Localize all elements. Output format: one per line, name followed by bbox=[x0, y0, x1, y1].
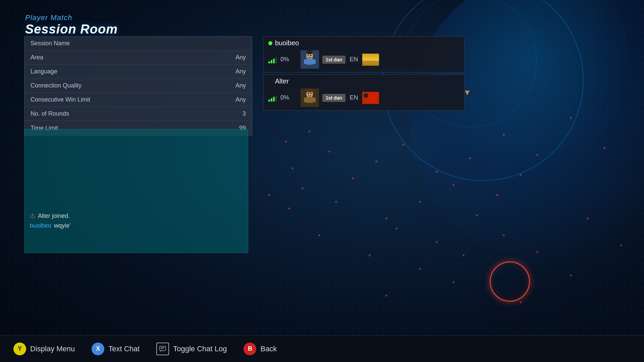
svg-rect-4 bbox=[313, 59, 316, 64]
svg-point-6 bbox=[310, 55, 312, 56]
warning-icon: ⚠ bbox=[30, 212, 35, 220]
chat-messages: ⚠ Alter joined. buoibeo wqyie' bbox=[24, 209, 248, 233]
winlimit-label: Consecutive Win Limit bbox=[31, 96, 90, 103]
player2-name-row: Alter bbox=[264, 75, 464, 87]
svg-rect-12 bbox=[313, 98, 316, 102]
svg-rect-11 bbox=[304, 98, 307, 102]
toggle-chat-label: Toggle Chat Log bbox=[173, 345, 227, 353]
svg-rect-10 bbox=[306, 97, 313, 103]
player-card-2: Alter 0% bbox=[263, 74, 465, 111]
player1-avatar-image bbox=[301, 50, 319, 69]
area-label: Area bbox=[31, 54, 43, 61]
display-menu-label: Display Menu bbox=[30, 345, 75, 353]
session-name-row: Session Name bbox=[24, 37, 252, 51]
chat-notification: ⚠ Alter joined. bbox=[30, 212, 243, 220]
chat-panel: ⚠ Alter joined. buoibeo wqyie' bbox=[24, 129, 248, 253]
language-value: Any bbox=[235, 68, 246, 75]
chat-username-1: buoibeo bbox=[30, 222, 51, 229]
player2-signal bbox=[268, 94, 277, 102]
player2-winrate: 0% bbox=[280, 94, 297, 101]
player1-avatar bbox=[301, 50, 319, 69]
svg-point-7 bbox=[306, 50, 313, 54]
player1-online-indicator bbox=[268, 41, 272, 45]
connection-label: Connection Quality bbox=[31, 82, 82, 89]
svg-rect-2 bbox=[306, 59, 313, 65]
signal-bar-3 bbox=[273, 97, 275, 102]
player1-signal bbox=[268, 56, 277, 63]
chat-message-1: buoibeo wqyie' bbox=[30, 222, 243, 229]
page-title: Session Room bbox=[25, 22, 118, 37]
player1-lang: EN bbox=[349, 56, 359, 63]
session-rounds-row: No. of Rounds 3 bbox=[24, 107, 252, 121]
session-area-row: Area Any bbox=[24, 51, 252, 65]
player-card-1: buoibeo 0% bbox=[263, 36, 465, 72]
display-menu-button[interactable]: Y Display Menu bbox=[13, 343, 75, 355]
signal-bar-4 bbox=[275, 96, 277, 102]
text-chat-button[interactable]: X Text Chat bbox=[92, 343, 140, 355]
page-subtitle: Player Match bbox=[25, 13, 118, 22]
players-panel: buoibeo 0% bbox=[263, 36, 465, 113]
scroll-indicator: ▼ bbox=[464, 79, 470, 106]
rounds-value: 3 bbox=[243, 110, 246, 117]
player2-avatar bbox=[301, 88, 319, 107]
chat-button-icon bbox=[156, 343, 169, 355]
chat-icon-svg bbox=[159, 346, 166, 352]
player1-name: buoibeo bbox=[275, 39, 299, 47]
x-button-icon: X bbox=[92, 343, 104, 355]
language-label: Language bbox=[31, 68, 57, 75]
winlimit-value: Any bbox=[235, 96, 246, 103]
signal-bar-3 bbox=[273, 59, 275, 63]
signal-bar-2 bbox=[271, 98, 272, 102]
session-name-label: Session Name bbox=[31, 40, 70, 47]
y-button-icon: Y bbox=[13, 343, 26, 355]
player1-stats-row: 0% bbox=[264, 49, 464, 72]
toggle-chat-log-button[interactable]: Toggle Chat Log bbox=[156, 343, 227, 355]
player2-stats-row: 0% 1st dan EN bbox=[264, 87, 464, 110]
signal-bar-1 bbox=[268, 61, 270, 63]
player1-name-row: buoibeo bbox=[264, 37, 464, 49]
player2-avatar-image bbox=[301, 88, 319, 107]
b-button-icon: B bbox=[244, 343, 256, 355]
svg-point-14 bbox=[310, 93, 312, 94]
player1-flag bbox=[362, 54, 379, 66]
session-panel: Session Name Area Any Language Any Conne… bbox=[24, 36, 252, 135]
scroll-arrow-icon: ▼ bbox=[463, 88, 471, 97]
session-winlimit-row: Consecutive Win Limit Any bbox=[24, 93, 252, 107]
title-area: Player Match Session Room bbox=[25, 13, 118, 37]
player2-rank: 1st dan bbox=[322, 94, 345, 102]
chat-message-text-1: wqyie' bbox=[54, 222, 70, 229]
player2-flag bbox=[362, 92, 379, 104]
back-label: Back bbox=[260, 345, 277, 353]
signal-bar-4 bbox=[275, 57, 277, 63]
player2-name: Alter bbox=[275, 77, 289, 85]
chat-notification-text: Alter joined. bbox=[38, 213, 70, 220]
svg-point-13 bbox=[308, 93, 309, 94]
svg-point-5 bbox=[308, 55, 309, 56]
back-button[interactable]: B Back bbox=[244, 343, 277, 355]
signal-bar-2 bbox=[271, 60, 272, 63]
signal-bar-1 bbox=[268, 100, 270, 102]
session-language-row: Language Any bbox=[24, 65, 252, 79]
svg-rect-3 bbox=[304, 59, 307, 64]
player1-winrate: 0% bbox=[280, 56, 297, 63]
area-value: Any bbox=[235, 54, 246, 61]
action-bar: Y Display Menu X Text Chat Toggle Chat L… bbox=[0, 335, 644, 362]
player2-lang: EN bbox=[349, 94, 359, 101]
svg-point-15 bbox=[306, 88, 313, 93]
session-connection-row: Connection Quality Any bbox=[24, 79, 252, 93]
main-content: Player Match Session Room Session Name A… bbox=[0, 0, 644, 362]
connection-value: Any bbox=[235, 82, 246, 89]
text-chat-label: Text Chat bbox=[108, 345, 140, 353]
rounds-label: No. of Rounds bbox=[31, 110, 69, 117]
player1-rank: 1st dan bbox=[322, 56, 345, 64]
